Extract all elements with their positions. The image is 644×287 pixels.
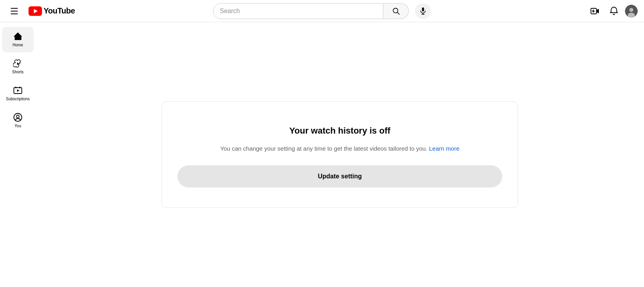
svg-point-20 <box>17 115 19 118</box>
avatar <box>625 5 638 17</box>
voice-search-button[interactable] <box>415 3 431 19</box>
youtube-logo[interactable]: YouTube <box>29 6 75 16</box>
home-icon <box>13 32 23 41</box>
sidebar-item-shorts[interactable]: Shorts <box>2 54 34 79</box>
search-form <box>213 3 409 19</box>
card-title: Your watch history is off <box>289 126 390 136</box>
svg-rect-4 <box>422 7 424 11</box>
subscriptions-icon <box>13 86 23 95</box>
sidebar-item-home[interactable]: Home <box>2 27 34 52</box>
avatar-button[interactable] <box>625 5 638 17</box>
youtube-logo-icon <box>29 6 42 16</box>
notifications-button[interactable] <box>606 3 622 19</box>
header-right <box>558 3 638 19</box>
header-center <box>86 3 558 19</box>
main-content: Your watch history is off You can change… <box>36 22 644 287</box>
card-description: You can change your setting at any time … <box>220 144 459 153</box>
youtube-wordmark: YouTube <box>44 6 75 15</box>
hamburger-line-1 <box>11 8 18 9</box>
sidebar-item-you[interactable]: You <box>2 108 34 133</box>
hamburger-line-3 <box>11 13 18 14</box>
header: YouTube <box>0 0 644 22</box>
sidebar-subscriptions-label: Subscriptions <box>6 97 30 101</box>
header-left: YouTube <box>6 3 86 19</box>
create-button[interactable] <box>587 3 603 19</box>
search-button[interactable] <box>383 3 409 19</box>
sidebar: Home Shorts Subscriptions <box>0 22 36 287</box>
search-icon <box>392 7 400 15</box>
learn-more-link[interactable]: Learn more <box>429 145 459 152</box>
shorts-icon <box>13 59 23 68</box>
create-icon <box>590 6 600 16</box>
mic-icon <box>419 7 427 15</box>
sidebar-shorts-label: Shorts <box>12 70 24 75</box>
avatar-person-icon <box>625 5 638 17</box>
card-description-text: You can change your setting at any time … <box>220 145 427 152</box>
sidebar-home-label: Home <box>13 43 23 48</box>
svg-point-13 <box>628 13 635 17</box>
sidebar-item-subscriptions[interactable]: Subscriptions <box>2 81 34 106</box>
watch-history-card: Your watch history is off You can change… <box>162 101 518 208</box>
search-input[interactable] <box>213 4 383 19</box>
search-input-wrapper <box>213 3 383 19</box>
svg-marker-8 <box>596 9 599 13</box>
menu-button[interactable] <box>6 3 22 19</box>
svg-line-3 <box>397 12 399 14</box>
update-setting-button[interactable]: Update setting <box>177 165 502 188</box>
bell-icon <box>609 6 619 16</box>
you-icon <box>13 113 23 122</box>
hamburger-line-2 <box>11 11 18 11</box>
sidebar-you-label: You <box>15 124 21 128</box>
svg-point-12 <box>629 8 633 12</box>
svg-marker-16 <box>17 90 19 92</box>
